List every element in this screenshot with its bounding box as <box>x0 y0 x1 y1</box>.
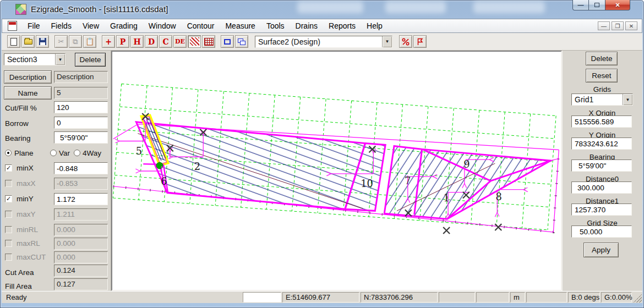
close-button[interactable]: ✕ <box>605 0 630 10</box>
maxX-field: -0.853 <box>54 178 108 190</box>
menu-fields[interactable]: Fields <box>46 20 77 31</box>
menu-contour[interactable]: Contour <box>182 20 220 31</box>
maxCUT-checkbox[interactable] <box>5 254 12 261</box>
x-origin-input[interactable] <box>571 116 632 128</box>
minRL-label: minRL <box>17 226 38 234</box>
minY-input[interactable] <box>54 193 108 205</box>
fourway-radio[interactable] <box>74 150 80 156</box>
maxX-checkbox[interactable] <box>5 180 12 187</box>
open-button[interactable] <box>21 35 35 48</box>
grid-reset-button[interactable]: Reset <box>586 69 618 82</box>
distance0-input[interactable] <box>571 182 632 194</box>
description-field: Description <box>54 71 108 83</box>
title-bar[interactable]: Ezigrade_Smooth - [sisl11116.cdsdat] — ✕ <box>0 0 644 19</box>
resize-grip[interactable] <box>633 292 642 302</box>
borrow-label: Borrow <box>5 119 29 128</box>
maxY-field: 1.211 <box>54 208 108 221</box>
zoom-window-button[interactable] <box>221 35 234 48</box>
cut-area-label: Cut Area <box>5 268 34 277</box>
mdi-close-button[interactable]: ✕ <box>625 21 637 30</box>
fill-area-field: 0.127 <box>54 278 108 290</box>
maxX-label: maxX <box>17 179 36 188</box>
plane-radio-label: Plane <box>14 149 34 157</box>
maxRL-checkbox[interactable] <box>5 240 12 247</box>
menu-bar: File Fields View Grading Window Contour … <box>2 19 642 33</box>
pan-window-button[interactable] <box>235 35 248 48</box>
mdi-restore-button[interactable]: ❐ <box>612 21 624 30</box>
depths-button[interactable]: DE <box>173 35 187 48</box>
flag-button[interactable] <box>413 35 427 48</box>
description-button[interactable]: Description <box>4 70 52 84</box>
menu-grading[interactable]: Grading <box>105 20 143 31</box>
menu-file[interactable]: File <box>22 20 46 31</box>
status-empty-3 <box>526 292 567 302</box>
plane-radio[interactable] <box>5 150 12 156</box>
grid-bearing-input[interactable] <box>571 160 632 172</box>
minX-checkbox[interactable]: ✓ <box>5 164 12 172</box>
fourway-radio-label: 4Way <box>83 149 101 157</box>
minimize-button[interactable]: — <box>572 0 589 10</box>
section-delete-button[interactable]: Delete <box>75 53 106 67</box>
bearing-input[interactable] <box>54 131 108 144</box>
minY-checkbox[interactable]: ✓ <box>5 195 12 202</box>
design-button[interactable]: D <box>145 35 158 48</box>
y-origin-input[interactable] <box>571 138 632 150</box>
contour-button[interactable]: C <box>159 35 172 48</box>
var-radio[interactable] <box>50 150 57 156</box>
menu-reports[interactable]: Reports <box>323 20 361 31</box>
distance1-input[interactable] <box>571 204 632 216</box>
glass-reflection <box>473 1 545 13</box>
region-2-polygon[interactable] <box>136 122 365 210</box>
chevron-down-icon[interactable]: ▼ <box>623 94 632 105</box>
cad-view[interactable]: 5 2 6 10 7 9 1 8 <box>112 52 561 290</box>
status-empty-1 <box>439 292 475 302</box>
grid-delete-button[interactable]: Delete <box>586 52 618 65</box>
open-folder-icon <box>24 39 32 45</box>
copy-icon: ⧉ <box>73 37 78 46</box>
menu-measure[interactable]: Measure <box>220 20 260 31</box>
section-select[interactable]: Section3 ▼ <box>4 53 66 65</box>
chevron-down-icon[interactable]: ▼ <box>382 36 392 47</box>
region-label: 8 <box>496 191 502 202</box>
document-icon[interactable] <box>8 21 17 31</box>
save-button[interactable] <box>36 35 49 48</box>
name-button[interactable]: Name <box>4 86 52 100</box>
rectangle-icon <box>224 39 231 45</box>
maximize-button[interactable] <box>589 0 605 10</box>
menu-view[interactable]: View <box>77 20 105 31</box>
chevron-down-icon[interactable]: ▼ <box>55 54 65 65</box>
cut-button[interactable]: ✂ <box>54 35 68 48</box>
cutfill-input[interactable] <box>54 101 108 113</box>
region-label: 10 <box>361 178 373 189</box>
flag-icon <box>416 37 424 46</box>
var-radio-label: Var <box>59 149 70 157</box>
section-select-value: Section3 <box>4 54 55 65</box>
menu-help[interactable]: Help <box>361 20 388 31</box>
maxY-checkbox[interactable] <box>5 211 12 218</box>
mdi-minimize-button[interactable]: — <box>598 21 610 30</box>
menu-window[interactable]: Window <box>143 20 182 31</box>
add-point-button[interactable]: + <box>102 35 115 48</box>
status-units: m <box>510 292 525 302</box>
surface-select[interactable]: Surface2 (Design) ▼ <box>255 36 392 48</box>
grid-size-input[interactable] <box>571 226 632 238</box>
apply-button[interactable]: Apply <box>583 243 619 257</box>
glass-reflection <box>385 1 446 13</box>
paste-button[interactable]: 📋 <box>83 35 96 48</box>
fill-area-label: Fill Area <box>5 282 32 290</box>
minRL-checkbox[interactable] <box>5 226 12 233</box>
hatch-toggle-button[interactable] <box>188 35 201 48</box>
slope-toggle-button[interactable] <box>399 35 412 48</box>
maxCUT-field: 0.000 <box>54 251 108 263</box>
menu-drains[interactable]: Drains <box>290 20 323 31</box>
drawing-canvas[interactable]: 5 2 6 10 7 9 1 8 <box>111 51 562 291</box>
points-button[interactable]: P <box>116 35 129 48</box>
borrow-input[interactable] <box>54 117 108 129</box>
copy-button[interactable]: ⧉ <box>69 35 82 48</box>
menu-tools[interactable]: Tools <box>261 20 290 31</box>
heights-button[interactable]: H <box>130 35 144 48</box>
grid-toggle-button[interactable] <box>202 35 215 48</box>
new-button[interactable] <box>7 35 20 48</box>
minX-input[interactable] <box>54 162 108 174</box>
grid-select[interactable]: Grid1 ▼ <box>571 94 633 106</box>
